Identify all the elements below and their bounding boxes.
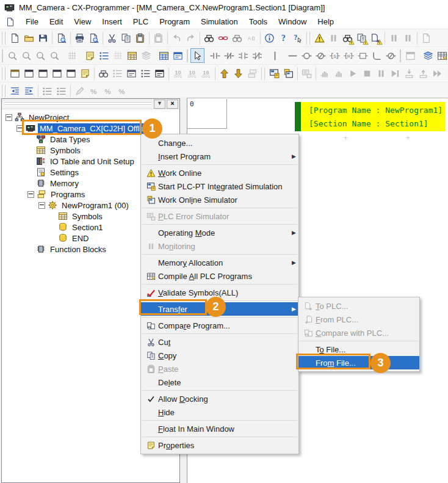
monitor-hex-button[interactable] xyxy=(199,66,213,81)
show-output-window-button[interactable] xyxy=(22,66,36,81)
force-cancel-button[interactable] xyxy=(101,84,115,98)
window-pause-button[interactable] xyxy=(403,48,417,63)
monitoring-toolbar-button[interactable] xyxy=(327,31,341,45)
new-set-button[interactable] xyxy=(328,48,342,63)
context-menu-item-change[interactable]: Change... xyxy=(141,136,298,150)
toggle-project-workspace-button[interactable] xyxy=(8,66,22,81)
context-help-button[interactable] xyxy=(291,31,305,45)
context-menu-item-plc-error-simulator[interactable]: PLC Error Simulator xyxy=(141,209,298,223)
new-reset-button[interactable] xyxy=(342,48,356,63)
watch-window-grid-button[interactable] xyxy=(125,48,139,63)
selection-tool-button[interactable] xyxy=(190,48,204,63)
show-rung-list-button[interactable] xyxy=(139,66,153,81)
transfer-to-plc-toolbar-button[interactable] xyxy=(369,31,383,45)
show-cross-reference-report-button[interactable] xyxy=(50,66,64,81)
rung-comment-button[interactable] xyxy=(83,48,97,63)
work-online-button[interactable] xyxy=(313,31,327,45)
redo-button[interactable] xyxy=(184,31,198,45)
toolbar-grip[interactable] xyxy=(400,49,401,62)
binary-monitor-button[interactable] xyxy=(153,66,167,81)
context-menu-item-properties[interactable]: Properties xyxy=(141,438,298,452)
work-online-simulator-toolbar-button[interactable] xyxy=(267,66,281,81)
undo-button[interactable] xyxy=(170,31,184,45)
tree-expander-minus[interactable] xyxy=(27,191,34,198)
find-ab-button[interactable] xyxy=(244,31,258,45)
menu-tools[interactable]: Tools xyxy=(244,16,273,27)
menu-view[interactable]: View xyxy=(68,16,96,27)
new-coil-button[interactable] xyxy=(300,48,314,63)
transfer-submenu-item-from-plc[interactable]: From PLC... xyxy=(298,313,419,326)
tidy-rungs-button[interactable] xyxy=(54,84,68,98)
show-grid-button[interactable] xyxy=(65,48,79,63)
monitor-signed-decimal-button[interactable] xyxy=(185,66,199,81)
new-invert-button[interactable] xyxy=(384,48,398,63)
context-menu-item-cut[interactable]: Cut xyxy=(141,335,298,349)
menu-file[interactable]: File xyxy=(20,16,44,27)
stop-simulation-button[interactable] xyxy=(360,66,374,81)
context-menu-item-paste[interactable]: Paste xyxy=(141,362,298,376)
context-menu-item-insert-program[interactable]: Insert Program▶ xyxy=(141,150,298,163)
address-reference-tool-button[interactable] xyxy=(157,48,171,63)
toolbar-grip[interactable] xyxy=(306,32,310,45)
new-contact-button[interactable] xyxy=(208,48,222,63)
panel-grip[interactable] xyxy=(4,101,151,106)
context-menu-item-allow-docking[interactable]: Allow Docking xyxy=(141,392,298,405)
window-properties-button[interactable] xyxy=(78,66,92,81)
context-menu-item-compare-program[interactable]: Compare Program... xyxy=(141,319,298,332)
zoom-in-button[interactable] xyxy=(34,48,48,63)
toolbar-grip[interactable] xyxy=(2,85,5,98)
pause-simulation-button[interactable] xyxy=(318,66,332,81)
paste-program-button[interactable] xyxy=(151,31,165,45)
context-menu-item-work-online[interactable]: Work Online xyxy=(141,166,298,180)
print-preview-button[interactable] xyxy=(87,31,101,45)
outdent-rung-button[interactable] xyxy=(8,84,22,98)
context-menu-item-compile-all-plc-programs[interactable]: Compile All PLC Programs xyxy=(141,269,298,283)
breakpoint-button[interactable] xyxy=(332,66,346,81)
about-button[interactable] xyxy=(262,31,276,45)
find-references-button[interactable] xyxy=(230,31,244,45)
context-menu-item-hide[interactable]: Hide xyxy=(141,405,298,419)
ci-view-button[interactable] xyxy=(171,48,185,63)
new-or-contact-button[interactable] xyxy=(236,48,250,63)
context-menu-item-operating-mode[interactable]: Operating Mode▶ xyxy=(141,226,298,239)
open-project-button[interactable] xyxy=(22,31,36,45)
menu-plc[interactable]: PLC xyxy=(128,16,154,27)
transfer-submenu-item-to-plc[interactable]: To PLC... xyxy=(298,299,419,313)
find-button[interactable] xyxy=(202,31,216,45)
cut-button[interactable] xyxy=(105,31,119,45)
context-menu-item-memory-allocation[interactable]: Memory Allocation▶ xyxy=(141,256,298,269)
zoom-fit-button[interactable] xyxy=(20,48,34,63)
context-menu-item-work-online-simulator[interactable]: Work Online Simulator xyxy=(141,193,298,206)
help-topics-button[interactable] xyxy=(276,31,291,45)
menu-help[interactable]: Help xyxy=(312,16,339,27)
find-online-button[interactable] xyxy=(341,31,355,45)
run-simulation-button[interactable] xyxy=(346,66,360,81)
replace-button[interactable] xyxy=(216,31,230,45)
rung-number-cell[interactable]: 0 xyxy=(187,99,227,129)
differential-monitor-button[interactable] xyxy=(115,84,129,98)
monitor-decimal-button[interactable] xyxy=(171,66,185,81)
transfer-submenu-item-compare-with-plc[interactable]: Compare with PLC... xyxy=(298,326,419,340)
zoom-out-button[interactable] xyxy=(48,48,62,63)
new-vertical-button[interactable] xyxy=(268,48,282,63)
io-comment-view-button[interactable] xyxy=(110,66,125,81)
online-edit-button[interactable] xyxy=(355,31,369,45)
toolbar-grip[interactable] xyxy=(2,67,5,80)
continuous-step-button[interactable] xyxy=(430,66,444,81)
new-horizontal-button[interactable] xyxy=(286,48,300,63)
toolbar-grip[interactable] xyxy=(2,49,3,62)
step-run-button[interactable] xyxy=(388,66,402,81)
zoom-tool-button[interactable] xyxy=(5,48,20,63)
menu-simulation[interactable]: Simulation xyxy=(195,16,244,27)
pause-monitoring-button[interactable] xyxy=(387,31,401,45)
new-closed-contact-button[interactable] xyxy=(222,48,236,63)
rung-header-selection[interactable]: [Program Name : NewProgram1] [Section Na… xyxy=(301,102,446,131)
menu-insert[interactable]: Insert xyxy=(96,16,128,27)
search-function-button[interactable] xyxy=(96,66,110,81)
context-menu-item-delete[interactable]: Delete xyxy=(141,376,298,389)
print-button[interactable] xyxy=(73,31,87,45)
context-menu-item-start-plc-pt-integrated-simulation[interactable]: Start PLC-PT Integrated Simulation xyxy=(141,180,298,193)
step-out-button[interactable] xyxy=(416,66,430,81)
object-layers-button[interactable] xyxy=(421,48,435,63)
toolbar-grip[interactable] xyxy=(187,49,188,62)
